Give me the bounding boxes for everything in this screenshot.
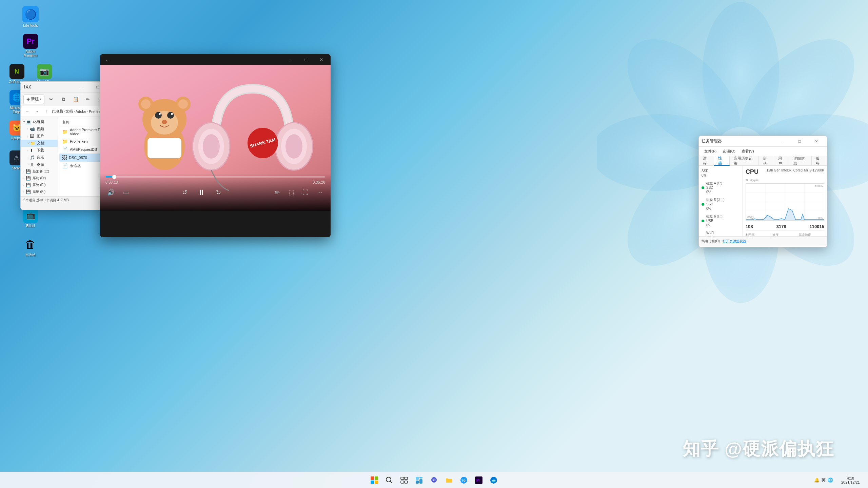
sidebar-disk5[interactable]: 磁盘 5 (J: I:)SSD0%: [699, 196, 743, 212]
taskbar-center: T TG Pr: [368, 473, 500, 487]
menu-view[interactable]: 查看(V): [739, 147, 757, 155]
svg-rect-47: [416, 481, 419, 484]
taskbar-chat-button[interactable]: T: [427, 473, 441, 487]
svg-rect-37: [375, 481, 378, 484]
sidebar-item-desktop[interactable]: › 🖥 桌面: [21, 161, 58, 168]
sidebar-disk4[interactable]: 磁盘 4 (E:)SSD0%: [699, 179, 743, 196]
sidebar-item-downloads[interactable]: › ⬇ 下载: [21, 147, 58, 154]
mp-minimize-button[interactable]: －: [282, 54, 298, 65]
desktop-icon-recycle[interactable]: 🗑 回收站: [19, 235, 42, 259]
taskbar-premiere-button[interactable]: Pr: [472, 473, 486, 487]
sidebar-item-g[interactable]: › 💾 系统 (G:): [21, 195, 58, 196]
tm-close-button[interactable]: ✕: [809, 136, 824, 147]
tm-minimize-button[interactable]: －: [775, 136, 790, 147]
task-manager-titlebar: 任务管理器 － □ ✕: [699, 136, 827, 147]
cpu-stats-grid: 利用率 1% 速度 4.59 GHz 基准速度 3.19 GHz 插槽 1 内核: [746, 233, 824, 236]
task-manager-bottombar: 简略信息(D) 打开资源监视器: [699, 236, 827, 246]
left-controls: 🔊 ▭: [105, 187, 131, 198]
taskbar-widgets-button[interactable]: [412, 473, 426, 487]
svg-point-24: [203, 134, 220, 159]
tab-app-history[interactable]: 应用历史记录: [730, 156, 759, 166]
tab-services[interactable]: 服务: [812, 156, 827, 166]
menu-file[interactable]: 文件(F): [702, 147, 719, 155]
taskbar-right: 🔔 英 🌐 4:18 2021/12/21: [811, 472, 863, 488]
system-tray[interactable]: 🔔 英 🌐: [811, 476, 836, 484]
cut-button[interactable]: ✂: [46, 95, 57, 104]
tm-maximize-button[interactable]: □: [792, 136, 807, 147]
watermark: 知乎 @硬派偏执狂: [683, 437, 834, 461]
copy-button[interactable]: ⧉: [58, 95, 69, 104]
svg-point-38: [386, 477, 391, 482]
sidebar-item-c[interactable]: › 💾 新加卷 (C:): [21, 168, 58, 175]
svg-rect-40: [401, 477, 404, 480]
svg-point-16: [155, 112, 162, 119]
forward-button[interactable]: →: [33, 107, 41, 116]
sidebar-item-music[interactable]: › 🎵 音乐: [21, 154, 58, 161]
taskbar-taskview-button[interactable]: [397, 473, 411, 487]
tray-network: 🌐: [828, 477, 833, 483]
mp-maximize-button[interactable]: □: [298, 54, 314, 65]
clock-time: 4:18: [847, 476, 854, 480]
svg-rect-34: [371, 476, 374, 480]
cpu-header: CPU 12th Gen Intel(R) Core(TM) i9-12900K: [746, 168, 824, 176]
progress-fill: [105, 176, 114, 178]
svg-text:TG: TG: [461, 479, 466, 482]
tab-startup[interactable]: 启动: [759, 156, 774, 166]
svg-rect-44: [416, 477, 419, 480]
desktop-icons-area: 🔵 LifeTools Pr Adobe Premiere N GeForce.…: [0, 0, 61, 461]
cpu-model: 12th Gen Intel(R) Core(TM) i9-12900K: [766, 168, 824, 172]
desktop-icon-lifetools[interactable]: 🔵 LifeTools: [17, 4, 44, 30]
sidebar-item-e[interactable]: › 💾 系统 (E:): [21, 182, 58, 188]
minimize-button[interactable]: －: [73, 82, 88, 93]
tray-notification: 🔔: [814, 477, 820, 483]
desktop-icon-premiere[interactable]: Pr Adobe Premiere: [19, 32, 42, 60]
taskbar-64gram-button[interactable]: TG: [457, 473, 471, 487]
taskbar-start-button[interactable]: [368, 473, 381, 487]
paste-button[interactable]: 📋: [70, 95, 81, 104]
taskbar-explorer-button[interactable]: [442, 473, 456, 487]
progress-thumb: [112, 175, 116, 179]
menu-options[interactable]: 选项(O): [720, 147, 738, 155]
stat-speed: 速度 4.59 GHz: [772, 233, 798, 236]
tab-users[interactable]: 用户: [774, 156, 789, 166]
svg-rect-21: [147, 138, 181, 158]
svg-rect-45: [419, 477, 422, 479]
taskbar-search-button[interactable]: [382, 473, 396, 487]
gpu-stats-row: 198 3178 110015: [746, 223, 824, 231]
sidebar-wifi[interactable]: Wi-FiWLAN发送: 0 接收: 0 Kbps: [699, 229, 743, 236]
svg-rect-46: [419, 479, 422, 484]
up-button[interactable]: ↑: [42, 107, 51, 116]
task-manager-menubar: 文件(F) 选项(O) 查看(V): [699, 147, 827, 156]
tab-process[interactable]: 进程: [699, 156, 714, 166]
sidebar-disk6[interactable]: 磁盘 6 (H:)USB0%: [699, 212, 743, 229]
svg-point-17: [167, 112, 174, 119]
sidebar-item-d[interactable]: › 💾 系统 (D:): [21, 175, 58, 182]
sidebar-item-pc[interactable]: ▾ 💻 此电脑: [21, 118, 58, 125]
svg-point-13: [141, 99, 151, 109]
svg-rect-35: [375, 476, 378, 480]
tm-window-controls: － □ ✕: [775, 136, 824, 147]
rename-button[interactable]: ✏: [82, 95, 93, 104]
svg-text:Pr: Pr: [476, 479, 480, 482]
caption-button[interactable]: ▭: [120, 187, 131, 198]
svg-point-27: [285, 134, 302, 159]
sidebar-item-documents[interactable]: ▾ 📁 文档: [21, 140, 58, 147]
sidebar-item-pictures[interactable]: › 🖼 图片: [21, 133, 58, 140]
taskbar-edge-button[interactable]: [487, 473, 500, 487]
sidebar-item-video[interactable]: › 📹 视频: [21, 125, 58, 133]
task-manager-window: 任务管理器 － □ ✕ 文件(F) 选项(O) 查看(V) 进程 性能 应用历史…: [698, 136, 827, 247]
new-button[interactable]: ✚ 新建 ▾: [23, 95, 44, 104]
volume-button[interactable]: 🔊: [105, 187, 116, 198]
address-path[interactable]: 此电脑 › 文档 › Adobe › Premiere: [52, 109, 104, 114]
tab-performance[interactable]: 性能: [714, 156, 729, 166]
media-back-button[interactable]: ←: [103, 57, 112, 63]
sidebar-ssd[interactable]: SSD0%: [699, 167, 743, 179]
resource-monitor-link[interactable]: 打开资源监视器: [723, 239, 746, 244]
briefinfo-label[interactable]: 简略信息(D): [702, 239, 720, 244]
back-button[interactable]: ←: [23, 107, 32, 116]
mp-close-button[interactable]: ✕: [314, 54, 329, 65]
task-manager-tabs: 进程 性能 应用历史记录 启动 用户 详细信息 服务: [699, 156, 827, 166]
taskbar-clock[interactable]: 4:18 2021/12/21: [839, 475, 863, 485]
tab-details[interactable]: 详细信息: [789, 156, 812, 166]
sidebar-item-f[interactable]: › 💾 系统 (F:): [21, 188, 58, 195]
